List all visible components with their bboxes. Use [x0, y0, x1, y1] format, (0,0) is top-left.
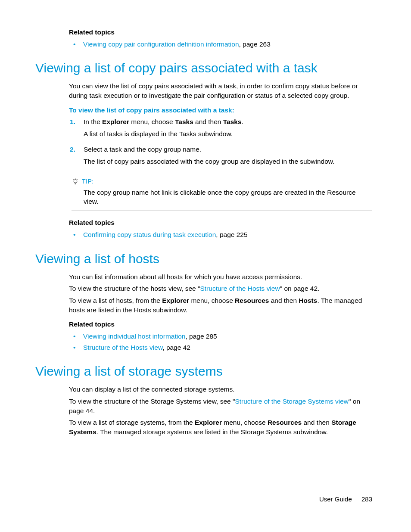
procedure-intro: To view the list of copy pairs associate… [69, 106, 372, 115]
link-storage-structure[interactable]: Structure of the Storage Systems view [235, 398, 349, 405]
paragraph: You can view the list of copy pairs asso… [69, 81, 372, 100]
link-suffix: , page 42 [162, 344, 190, 351]
list-item: Structure of the Hosts view, page 42 [69, 343, 372, 352]
list-item: Confirming copy status during task execu… [69, 230, 372, 240]
section-body: You can display a list of the connected … [69, 385, 372, 436]
footer-label: User Guide [319, 495, 352, 503]
page-number: 283 [361, 495, 372, 503]
document-page: Related topics Viewing copy pair configu… [0, 0, 411, 532]
step-item: In the Explorer menu, choose Tasks and t… [69, 117, 372, 138]
section-body: You can view the list of copy pairs asso… [69, 81, 372, 239]
paragraph: To view the structure of the hosts view,… [69, 284, 372, 293]
step-item: Select a task and the copy group name. T… [69, 145, 372, 166]
related-topics-list: Confirming copy status during task execu… [69, 230, 372, 240]
related-topics-heading: Related topics [69, 218, 372, 227]
related-topics-list: Viewing individual host information, pag… [69, 332, 372, 352]
paragraph: You can list information about all hosts… [69, 272, 372, 282]
tip-body: The copy group name hot link is clickabl… [84, 188, 372, 206]
related-topics-list: Viewing copy pair configuration definiti… [69, 40, 372, 49]
section-heading: Viewing a list of storage systems [35, 362, 372, 380]
paragraph: To view a list of hosts, from the Explor… [69, 296, 372, 314]
link-suffix: , page 285 [185, 333, 217, 340]
paragraph: You can display a list of the connected … [69, 385, 372, 394]
page-footer: User Guide 283 [319, 495, 372, 504]
list-item: Viewing copy pair configuration definiti… [69, 40, 372, 49]
link-individual-host-info[interactable]: Viewing individual host information [83, 333, 186, 340]
step-text: In the Explorer menu, choose Tasks and t… [84, 118, 243, 125]
link-suffix: , page 263 [239, 40, 271, 48]
link-suffix: , page 225 [216, 231, 247, 238]
step-text: Select a task and the copy group name. [84, 146, 201, 153]
link-hosts-structure[interactable]: Structure of the Hosts view [83, 344, 162, 351]
section-body: You can list information about all hosts… [69, 272, 372, 352]
lightbulb-icon [72, 178, 79, 186]
svg-point-0 [74, 180, 77, 183]
section-heading: Viewing a list of copy pairs associated … [35, 59, 372, 77]
section-heading: Viewing a list of hosts [35, 250, 372, 268]
related-topics-heading: Related topics [69, 320, 372, 329]
list-item: Viewing individual host information, pag… [69, 332, 372, 341]
step-result: A list of tasks is displayed in the Task… [84, 129, 372, 139]
link-copy-pair-config[interactable]: Viewing copy pair configuration definiti… [83, 40, 239, 48]
related-topics-block: Related topics Viewing copy pair configu… [69, 28, 372, 49]
link-hosts-structure[interactable]: Structure of the Hosts view [200, 285, 280, 292]
tip-label: TIP: [82, 177, 94, 186]
related-topics-heading: Related topics [69, 28, 372, 37]
paragraph: To view a list of storage systems, from … [69, 418, 372, 436]
step-result: The list of copy pairs associated with t… [84, 157, 372, 166]
tip-header: TIP: [72, 177, 372, 186]
link-confirm-copy-status[interactable]: Confirming copy status during task execu… [83, 231, 216, 238]
tip-box: TIP: The copy group name hot link is cli… [72, 173, 372, 211]
paragraph: To view the structure of the Storage Sys… [69, 397, 372, 415]
procedure-steps: In the Explorer menu, choose Tasks and t… [69, 117, 372, 166]
